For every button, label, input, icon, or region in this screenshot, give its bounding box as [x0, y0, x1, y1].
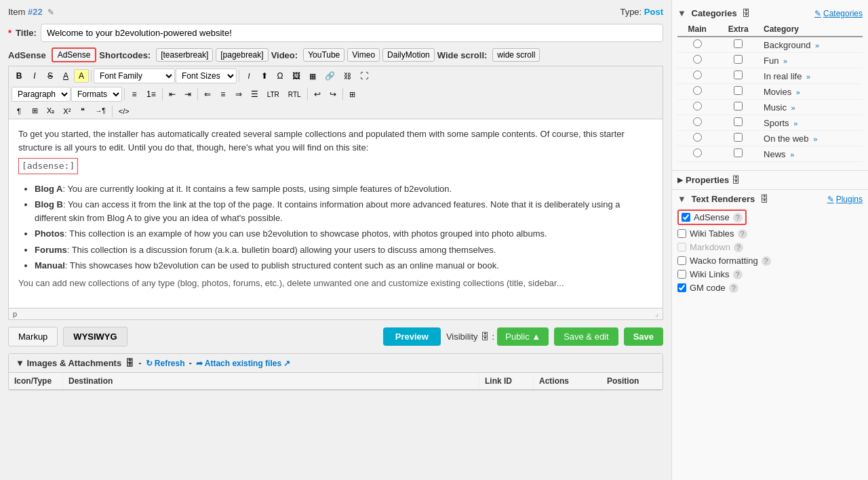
ul-button[interactable]: ≡ — [127, 87, 142, 101]
wide-scroll-button[interactable]: wide scroll — [492, 48, 540, 62]
renderer-checkbox[interactable] — [677, 229, 686, 238]
category-edit-link[interactable]: » — [796, 88, 800, 96]
info-icon[interactable]: ? — [762, 256, 771, 266]
edit-icon[interactable]: ✎ — [47, 7, 54, 17]
refresh-link[interactable]: ↻ Refresh — [146, 359, 185, 368]
markup-tab[interactable]: Markup — [8, 327, 58, 346]
dailymotion-button[interactable]: DailyMotion — [382, 48, 435, 62]
category-extra-checkbox[interactable] — [734, 71, 743, 79]
font-sizes-select[interactable]: Font Sizes — [176, 68, 237, 83]
renderer-checkbox[interactable] — [677, 270, 686, 279]
renderer-label[interactable]: GM code — [690, 283, 726, 293]
indent-button[interactable]: ⇥ — [180, 87, 195, 101]
category-edit-link[interactable]: » — [813, 135, 817, 143]
source-btn[interactable]: </> — [115, 105, 134, 117]
renderer-label[interactable]: Wacko formatting — [690, 256, 758, 266]
editor-area[interactable]: To get you started, the installer has au… — [8, 119, 663, 308]
link-button[interactable]: 🔗 — [321, 69, 339, 83]
category-edit-link[interactable]: » — [806, 73, 810, 81]
renderer-checkbox[interactable] — [677, 243, 686, 252]
category-edit-link[interactable]: » — [783, 57, 787, 65]
renderer-label[interactable]: Wiki Links — [690, 269, 730, 279]
categories-link[interactable]: ✎ Categories — [814, 9, 863, 18]
undo-button[interactable]: ↩ — [310, 87, 325, 101]
italic-button[interactable]: I — [27, 69, 42, 83]
renderer-checkbox[interactable] — [677, 256, 686, 265]
block-btn[interactable]: ❝ — [75, 104, 90, 117]
table-grid-btn[interactable]: ⊞ — [27, 104, 42, 117]
attach-link[interactable]: ➦ Attach existing files ↗ — [196, 359, 291, 368]
public-button[interactable]: Public ▲ — [497, 327, 549, 346]
info-icon[interactable]: ? — [738, 229, 747, 239]
resize-handle[interactable]: ⌟ — [655, 310, 658, 318]
special-button[interactable]: ⊞ — [345, 88, 360, 101]
align-right-button[interactable]: ⇒ — [231, 87, 246, 101]
plugins-link[interactable]: ✎ Plugins — [827, 195, 863, 204]
align-left-button[interactable]: ⇐ — [200, 87, 215, 101]
renderers-toggle[interactable]: ▼ — [677, 194, 686, 204]
category-extra-checkbox[interactable] — [734, 117, 743, 126]
editor-scroll[interactable]: To get you started, the installer has au… — [8, 119, 663, 308]
save-edit-button[interactable]: Save & edit — [554, 327, 618, 346]
category-extra-checkbox[interactable] — [734, 55, 743, 64]
align-center-button[interactable]: ≡ — [216, 87, 231, 101]
paragraph-select[interactable]: Paragraph — [12, 87, 71, 102]
ltr2-button[interactable]: →¶ — [91, 105, 109, 117]
info-icon[interactable]: ? — [729, 283, 738, 293]
bold-button[interactable]: B — [12, 69, 26, 83]
strikethrough-button[interactable]: S — [43, 69, 58, 83]
renderer-label[interactable]: AdSense — [694, 212, 730, 222]
info-icon[interactable]: ? — [733, 270, 743, 279]
italic2-button[interactable]: I — [241, 70, 256, 82]
category-main-radio[interactable] — [693, 71, 702, 79]
wysiwyg-tab[interactable]: WYSIWYG — [63, 327, 127, 346]
renderer-label[interactable]: Wiki Tables — [690, 228, 734, 239]
text-bg-color-button[interactable]: A — [74, 69, 89, 83]
fullscreen-button[interactable]: ⛶ — [356, 69, 372, 83]
renderer-checkbox[interactable] — [682, 213, 690, 222]
category-main-radio[interactable] — [693, 39, 702, 48]
category-main-radio[interactable] — [693, 133, 702, 142]
format-btn1[interactable]: ¶ — [12, 105, 26, 117]
category-extra-checkbox[interactable] — [734, 39, 743, 48]
title-input[interactable] — [41, 24, 663, 42]
upload-button[interactable]: ⬆ — [257, 69, 272, 83]
category-edit-link[interactable]: » — [791, 104, 795, 112]
ol-button[interactable]: 1≡ — [142, 87, 160, 101]
category-extra-checkbox[interactable] — [734, 148, 743, 157]
image-button[interactable]: 🖼 — [288, 69, 304, 83]
preview-button[interactable]: Preview — [383, 327, 441, 346]
pagebreak-button[interactable]: [pagebreak] — [216, 48, 268, 62]
categories-toggle[interactable]: ▼ — [677, 8, 686, 18]
category-extra-checkbox[interactable] — [734, 102, 743, 111]
category-extra-checkbox[interactable] — [734, 86, 743, 95]
info-icon[interactable]: ? — [734, 243, 743, 252]
category-main-radio[interactable] — [693, 102, 702, 111]
table-button[interactable]: ▦ — [305, 70, 320, 83]
renderer-checkbox[interactable] — [677, 283, 686, 292]
text-color-button[interactable]: A — [58, 69, 73, 83]
youtube-button[interactable]: YouTube — [303, 48, 344, 62]
ltr-button[interactable]: LTR — [263, 89, 283, 100]
category-main-radio[interactable] — [693, 117, 702, 126]
category-edit-link[interactable]: » — [815, 41, 819, 49]
omega-button[interactable]: Ω — [273, 69, 288, 83]
redo-button[interactable]: ↪ — [326, 87, 340, 101]
category-extra-checkbox[interactable] — [734, 133, 743, 142]
font-family-select[interactable]: Font Family — [94, 68, 175, 83]
info-icon[interactable]: ? — [733, 213, 743, 222]
category-main-radio[interactable] — [693, 55, 702, 64]
rtl-button[interactable]: RTL — [284, 89, 305, 100]
unlink-button[interactable]: ⛓ — [340, 70, 355, 82]
align-justify-button[interactable]: ☰ — [247, 87, 262, 101]
renderer-label[interactable]: Markdown — [690, 242, 730, 252]
category-edit-link[interactable]: » — [793, 119, 797, 127]
save-button[interactable]: Save — [624, 327, 663, 346]
teaserbreak-button[interactable]: [teaserbreak] — [156, 48, 213, 62]
sub-btn[interactable]: X₂ — [43, 104, 58, 117]
vimeo-button[interactable]: Vimeo — [347, 48, 380, 62]
properties-header[interactable]: ▶ Properties 🗄 — [677, 175, 863, 185]
category-main-radio[interactable] — [693, 86, 702, 95]
category-edit-link[interactable]: » — [790, 151, 794, 159]
formats-select[interactable]: Formats — [71, 87, 122, 102]
